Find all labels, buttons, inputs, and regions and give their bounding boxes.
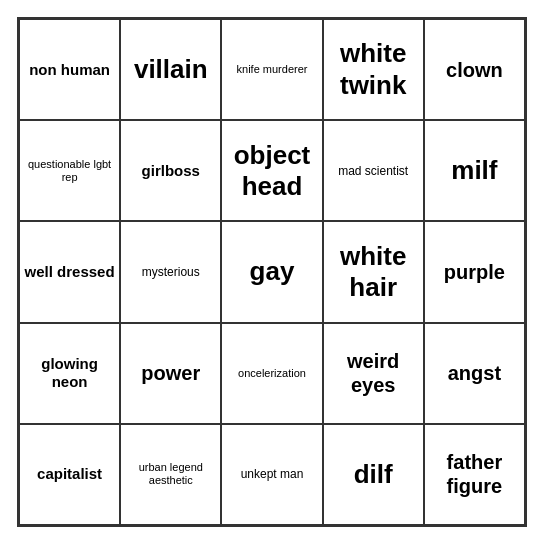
bingo-cell-13: white hair [323,221,424,322]
cell-text-3: white twink [328,38,419,100]
cell-text-18: weird eyes [328,349,419,397]
cell-text-21: urban legend aesthetic [125,461,216,487]
cell-text-1: villain [125,54,216,85]
bingo-cell-3: white twink [323,19,424,120]
bingo-cell-19: angst [424,323,525,424]
bingo-card: non humanvillainknife murdererwhite twin… [17,17,527,527]
bingo-cell-6: girlboss [120,120,221,221]
cell-text-22: unkept man [226,467,317,481]
bingo-cell-17: oncelerization [221,323,322,424]
cell-text-24: father figure [429,450,520,498]
bingo-cell-12: gay [221,221,322,322]
bingo-cell-4: clown [424,19,525,120]
bingo-cell-5: questionable lgbt rep [19,120,120,221]
bingo-cell-15: glowing neon [19,323,120,424]
cell-text-6: girlboss [125,162,216,180]
bingo-cell-10: well dressed [19,221,120,322]
cell-text-12: gay [226,256,317,287]
bingo-cell-1: villain [120,19,221,120]
cell-text-11: mysterious [125,265,216,279]
cell-text-4: clown [429,58,520,82]
cell-text-2: knife murderer [226,63,317,76]
cell-text-14: purple [429,260,520,284]
cell-text-9: milf [429,155,520,186]
bingo-cell-22: unkept man [221,424,322,525]
cell-text-16: power [125,361,216,385]
bingo-cell-18: weird eyes [323,323,424,424]
bingo-cell-16: power [120,323,221,424]
cell-text-23: dilf [328,459,419,490]
bingo-cell-7: object head [221,120,322,221]
bingo-cell-2: knife murderer [221,19,322,120]
bingo-cell-9: milf [424,120,525,221]
bingo-cell-14: purple [424,221,525,322]
cell-text-8: mad scientist [328,164,419,178]
cell-text-20: capitalist [24,465,115,483]
cell-text-13: white hair [328,241,419,303]
bingo-cell-11: mysterious [120,221,221,322]
bingo-cell-23: dilf [323,424,424,525]
cell-text-19: angst [429,361,520,385]
bingo-cell-0: non human [19,19,120,120]
bingo-cell-8: mad scientist [323,120,424,221]
cell-text-5: questionable lgbt rep [24,158,115,184]
cell-text-10: well dressed [24,263,115,281]
cell-text-0: non human [24,61,115,79]
bingo-cell-20: capitalist [19,424,120,525]
bingo-cell-24: father figure [424,424,525,525]
bingo-cell-21: urban legend aesthetic [120,424,221,525]
cell-text-17: oncelerization [226,367,317,380]
cell-text-7: object head [226,140,317,202]
cell-text-15: glowing neon [24,355,115,391]
